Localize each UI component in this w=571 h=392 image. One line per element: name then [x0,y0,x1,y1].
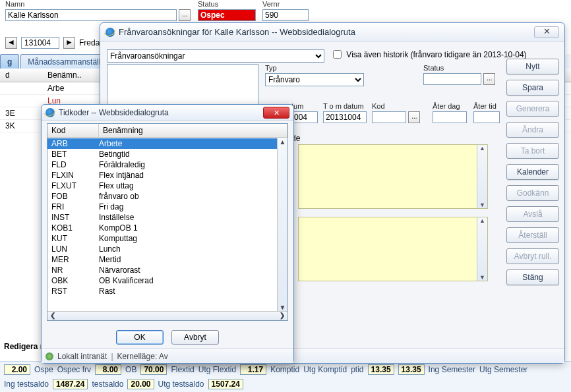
col-header-kod[interactable]: Kod [47,124,99,137]
code-cell: FOB [47,192,99,201]
request-type-select[interactable]: Frånvaroansökningar [107,49,324,63]
code-listbox[interactable]: Kod Benämning ARBArbeteBETBetingtidFLDFö… [47,123,288,321]
code-cell: INST [47,213,99,222]
summary-value: 20.00 [127,379,154,389]
namn-label: Namn [5,0,191,8]
scroll-up-icon[interactable]: ▲ [477,145,487,152]
col-header-2[interactable]: Benämn.. [47,70,90,80]
list-item[interactable]: INSTInställelse [47,212,277,223]
st-ng-button[interactable]: Stäng [506,269,559,285]
scroll-up-icon[interactable]: ▲ [278,138,287,146]
name-cell: frånvaro ob [99,192,277,201]
dialog-title: Tidkoder -- Webbsidedialogruta [59,108,259,117]
request-listbox[interactable] [107,64,258,109]
list-item[interactable]: LUNLunch [47,244,277,254]
kod-lookup-button[interactable]: ... [408,111,420,123]
code-cell: NR [47,266,99,275]
summary-value: 2.00 [4,364,30,375]
code-cell: LUN [47,244,99,254]
list-item[interactable]: NRNärvarorast [47,265,277,275]
namn-lookup-button[interactable]: ... [179,9,191,21]
date-prev-button[interactable]: ◄ [5,37,17,49]
ok-button[interactable]: OK [116,330,164,345]
cell: Arbe [47,84,90,93]
scroll-right-icon[interactable]: ❯ [277,312,287,320]
name-cell: OB Kvalificerad [99,276,277,285]
spara-button[interactable]: Spara [506,80,559,96]
date-next-button[interactable]: ► [63,37,75,49]
list-item[interactable]: RSTRast [47,286,277,296]
code-cell: RST [47,287,99,296]
list-item[interactable]: MERMertid [47,254,277,265]
close-button[interactable]: ✕ [263,107,289,119]
ta-bort-button: Ta bort [506,143,559,159]
code-cell: FLD [47,160,99,169]
summary-value: 1507.24 [208,379,243,389]
list-item[interactable]: FLXUTFlex uttag [47,181,277,191]
namn-input[interactable] [5,9,177,21]
scroll-left-icon[interactable]: ❮ [47,312,58,320]
code-cell: MER [47,255,99,264]
vernr-input[interactable] [262,9,309,21]
avsl--button: Avslå [506,206,559,222]
kod-label: Kod [372,102,420,110]
cell [5,96,47,105]
summary-label: Utg Flextid [198,365,236,374]
aterdag-input[interactable] [433,111,467,123]
list-item[interactable]: OBKOB Kvalificerad [47,275,277,286]
status-label: Status [198,0,256,8]
name-cell: Flex uttag [99,181,277,190]
kalender-button[interactable]: Kalender [506,164,559,180]
summary-label: Ospe [34,365,53,374]
scroll-up-icon[interactable]: ▲ [477,217,487,224]
status-input[interactable] [198,9,256,21]
tab-current[interactable]: g [0,54,19,69]
code-cell: FLXUT [47,181,99,190]
atertid-input[interactable] [473,111,500,123]
list-item[interactable]: ARBArbete [47,138,277,149]
show-history-checkbox[interactable] [333,50,342,59]
summary-value: 13.35 [368,364,394,375]
scroll-down-icon[interactable]: ▼ [477,274,487,281]
col-header-1[interactable]: d [5,70,47,80]
code-cell: KOB1 [47,223,99,233]
intranet-icon [45,352,53,360]
notes-textarea-2[interactable]: ▲▼ [298,217,488,281]
list-item[interactable]: FRIFri dag [47,202,277,212]
name-cell: Betingtid [99,150,277,159]
-terst-ll-button: Återställ [506,227,559,243]
status-intranet: Lokalt intranät [57,352,107,361]
name-cell: KompOB 1 [99,223,277,233]
cancel-button[interactable]: Avbryt [171,330,219,345]
dialog-title: Frånvaroansökningar för Kalle Karlsson -… [119,27,530,37]
list-item[interactable]: FLXINFlex intjänad [47,170,277,181]
list-item[interactable]: KOB1KompOB 1 [47,223,277,233]
list-item[interactable]: FOBfrånvaro ob [47,191,277,202]
vernr-label: Vernr [262,0,309,8]
summary-label: Utg testsaldo [158,379,204,389]
status2-lookup-button[interactable]: ... [483,73,495,85]
summary-value: 13.35 [398,364,425,375]
scroll-down-icon[interactable]: ▼ [278,304,287,311]
status2-input[interactable] [423,73,481,85]
godk-nn-button: Godkänn [506,185,559,201]
code-cell: BET [47,150,99,159]
col-header-benamning[interactable]: Benämning [99,124,287,137]
notes-textarea-1[interactable]: ▲▼ [298,144,488,209]
typ-label: Typ [265,64,364,72]
list-item[interactable]: BETBetingtid [47,149,277,159]
kod-input[interactable] [372,111,406,123]
summary-label: Utg Semester [479,365,527,374]
generera-button: Generera [506,101,559,117]
code-cell: KUT [47,234,99,243]
name-cell: Rast [99,287,277,296]
list-item[interactable]: KUTKomputtag [47,233,277,244]
date-input[interactable] [21,37,59,49]
list-item[interactable]: FLDFöräldraledig [47,159,277,170]
close-button[interactable]: ✕ [534,26,559,38]
typ-select[interactable]: Frånvaro [265,73,364,86]
to-date-input[interactable] [323,111,367,123]
scroll-down-icon[interactable]: ▼ [477,202,487,208]
from-date-input[interactable] [291,111,318,123]
nytt-button[interactable]: Nytt [506,59,559,74]
